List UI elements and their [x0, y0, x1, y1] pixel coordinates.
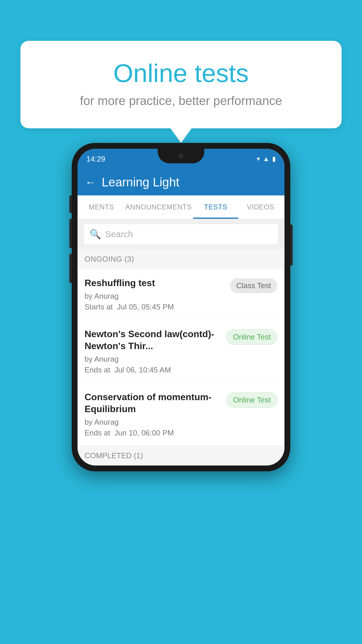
phone-notch — [158, 149, 204, 163]
completed-section-header: COMPLETED (1) — [78, 446, 284, 466]
camera-button — [69, 254, 72, 283]
ongoing-label: ONGOING (3) — [85, 255, 134, 263]
back-button[interactable]: ← — [85, 176, 96, 189]
test-badge-2: Online Test — [226, 329, 277, 345]
tabs-container: MENTS ANNOUNCEMENTS TESTS VIDEOS — [78, 195, 284, 219]
tab-announcements[interactable]: ANNOUNCEMENTS — [124, 195, 193, 219]
wifi-icon: ▾ — [257, 155, 260, 163]
speech-bubble-subtitle: for more practice, better performance — [44, 94, 318, 108]
test-info-3: Conservation of momentum-Equilibrium by … — [85, 391, 226, 438]
speech-bubble-container: Online tests for more practice, better p… — [20, 41, 342, 128]
test-item-reshuffling[interactable]: Reshuffling test by Anurag Starts at Jul… — [78, 269, 284, 320]
test-date-1: Starts at Jul 05, 05:45 PM — [85, 302, 225, 312]
ongoing-section-header: ONGOING (3) — [78, 249, 284, 269]
signal-icon: ▲ — [263, 155, 269, 163]
speech-bubble: Online tests for more practice, better p… — [20, 41, 342, 128]
status-icons: ▾ ▲ ▮ — [257, 155, 276, 163]
test-list: Reshuffling test by Anurag Starts at Jul… — [78, 269, 284, 446]
test-date-3: Ends at Jun 10, 06:00 PM — [85, 428, 222, 438]
status-bar: 14:29 ▾ ▲ ▮ — [78, 149, 284, 169]
power-button — [290, 225, 293, 265]
test-badge-1: Class Test — [230, 278, 277, 293]
volume-down-button — [69, 219, 72, 248]
tab-videos[interactable]: VIDEOS — [238, 195, 283, 219]
front-camera — [178, 153, 184, 159]
completed-label: COMPLETED (1) — [85, 451, 143, 460]
phone-wrapper: 14:29 ▾ ▲ ▮ ← Learning Light MENTS — [72, 143, 290, 471]
test-name-3: Conservation of momentum-Equilibrium — [85, 391, 222, 415]
battery-icon: ▮ — [272, 155, 276, 163]
search-container: 🔍 Search — [78, 219, 284, 249]
search-icon: 🔍 — [89, 229, 101, 240]
phone-outer: 14:29 ▾ ▲ ▮ ← Learning Light MENTS — [72, 143, 290, 471]
test-badge-3: Online Test — [226, 392, 277, 408]
speech-bubble-title: Online tests — [44, 58, 318, 88]
test-info-1: Reshuffling test by Anurag Starts at Jul… — [85, 277, 230, 312]
test-author-2: by Anurag — [85, 355, 222, 364]
test-author-1: by Anurag — [85, 292, 225, 301]
test-item-conservation[interactable]: Conservation of momentum-Equilibrium by … — [78, 383, 284, 446]
test-author-3: by Anurag — [85, 418, 222, 427]
volume-up-button — [69, 195, 72, 213]
search-bar[interactable]: 🔍 Search — [83, 224, 279, 245]
app-title: Learning Light — [102, 175, 179, 189]
test-name-2: Newton's Second law(contd)-Newton's Thir… — [85, 328, 222, 352]
test-date-2: Ends at Jul 06, 10:45 AM — [85, 365, 222, 374]
status-time: 14:29 — [86, 155, 105, 164]
tab-tests[interactable]: TESTS — [193, 195, 238, 219]
test-name-1: Reshuffling test — [85, 277, 225, 289]
phone-screen: 14:29 ▾ ▲ ▮ ← Learning Light MENTS — [78, 149, 284, 466]
app-header: ← Learning Light — [78, 169, 284, 195]
test-info-2: Newton's Second law(contd)-Newton's Thir… — [85, 328, 226, 374]
search-placeholder: Search — [105, 229, 133, 239]
tab-ments[interactable]: MENTS — [79, 195, 124, 219]
test-item-newton[interactable]: Newton's Second law(contd)-Newton's Thir… — [78, 320, 284, 383]
